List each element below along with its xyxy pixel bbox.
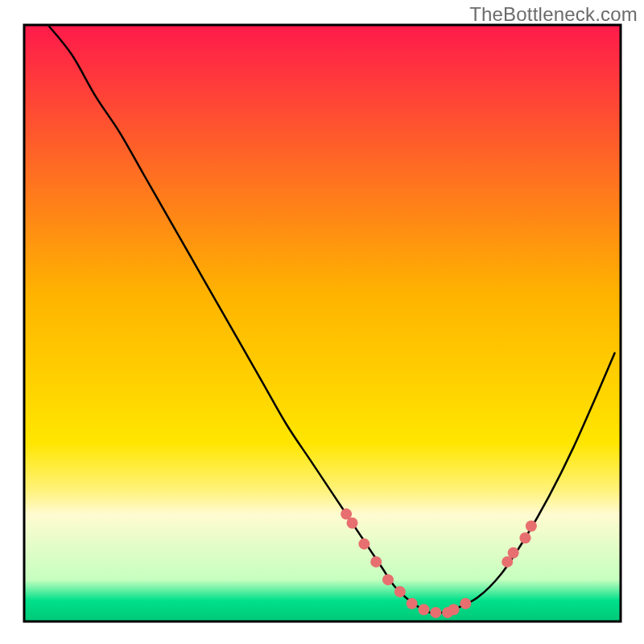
fit-point bbox=[526, 520, 537, 531]
bottleneck-chart bbox=[0, 0, 644, 644]
fit-point bbox=[508, 547, 519, 559]
fit-point bbox=[347, 518, 358, 529]
fit-point bbox=[370, 556, 382, 568]
fit-point bbox=[358, 539, 369, 550]
fit-point bbox=[519, 532, 530, 543]
fit-point bbox=[382, 574, 394, 585]
fit-point bbox=[460, 598, 471, 609]
chart-container: TheBottleneck.com bbox=[0, 0, 644, 644]
plot-background bbox=[24, 25, 621, 621]
fit-point bbox=[407, 598, 418, 609]
fit-point bbox=[394, 586, 406, 597]
fit-point bbox=[430, 607, 441, 618]
watermark-text: TheBottleneck.com bbox=[469, 3, 638, 26]
fit-point bbox=[448, 604, 460, 615]
fit-point bbox=[418, 604, 429, 615]
